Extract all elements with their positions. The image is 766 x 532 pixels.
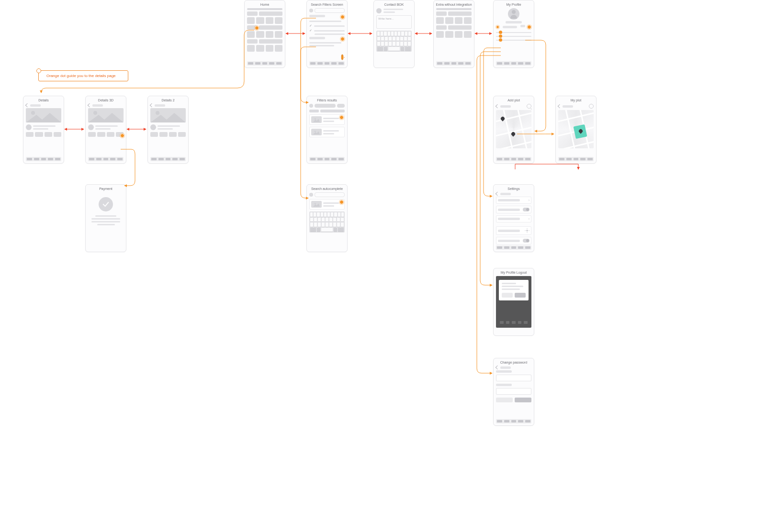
callout-handle [36, 68, 41, 73]
guide-callout: Orange dot guide you to the details page [38, 70, 128, 81]
screen-title: Settings [494, 185, 534, 192]
svg-rect-10 [529, 231, 529, 231]
screen-payment: Payment [85, 184, 126, 252]
screen-details: Details [23, 96, 64, 164]
checkmark-icon [102, 200, 110, 208]
image-placeholder-icon [26, 108, 61, 122]
screen-my-profile: My Profile [493, 0, 534, 68]
flow-canvas: Orange dot guide you to the details page… [0, 0, 766, 532]
screen-title: My Profile [494, 0, 534, 8]
screen-title: My plot [556, 96, 596, 104]
screen-search-filters: Search Filters Screen ✓ ✓ [306, 0, 348, 68]
screen-details-3d: Details 3D [85, 96, 126, 164]
screen-title: Search Filters Screen [307, 0, 347, 8]
screen-extra: Extra without integration [433, 0, 474, 68]
screen-title: Contact BOK [374, 0, 414, 8]
gear-icon [525, 228, 529, 233]
message-input[interactable]: Write here... [376, 15, 412, 29]
screen-title: Change password [494, 358, 534, 366]
svg-rect-7 [527, 228, 528, 229]
screen-title: Details 3D [86, 96, 126, 104]
screen-filters-results: Filters results [306, 96, 348, 164]
svg-point-4 [315, 131, 316, 132]
screen-contact-bok: Contact BOK Write here... [373, 0, 415, 68]
svg-rect-9 [525, 231, 526, 231]
screen-title: Details [23, 96, 64, 104]
screen-title: Home [245, 0, 285, 8]
svg-rect-8 [527, 232, 528, 233]
svg-point-5 [315, 203, 316, 204]
svg-point-0 [31, 111, 35, 115]
keyboard [309, 211, 345, 233]
screen-settings: Settings › › [493, 184, 534, 252]
screen-home: Home [244, 0, 285, 68]
screen-title: Details 2 [148, 96, 188, 104]
screen-add-plot: Add plot [493, 96, 534, 164]
screen-title: Search autocomplete [307, 185, 347, 192]
callout-text: Orange dot guide you to the details page [46, 74, 116, 78]
svg-point-1 [93, 111, 97, 115]
screen-title: Extra without integration [434, 0, 474, 8]
svg-point-2 [156, 111, 159, 115]
screen-my-profile-logout: My Profile Logout [493, 268, 534, 336]
screen-title: Add plot [494, 96, 534, 104]
svg-point-3 [315, 118, 316, 120]
screen-details-2: Details 2 [147, 96, 189, 164]
screen-title: Payment [86, 185, 126, 192]
screen-search-autocomplete: Search autocomplete [306, 184, 348, 252]
svg-point-6 [526, 230, 528, 231]
screen-change-password: Change password [493, 358, 534, 426]
keyboard [376, 31, 412, 52]
screen-title: Filters results [307, 96, 347, 104]
screen-title: My Profile Logout [494, 268, 534, 276]
screen-my-plot: My plot [555, 96, 597, 164]
